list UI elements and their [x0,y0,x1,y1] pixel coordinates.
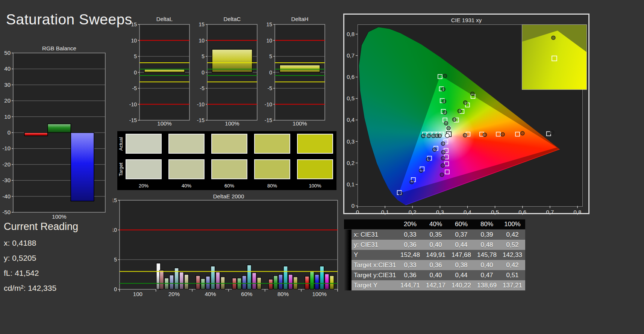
plot-background [120,200,338,289]
axis-tick-label: 15 [113,197,117,203]
axis-tick-label: 0 [269,70,272,76]
group-label: 40% [205,291,216,297]
current-reading: Current Reading x: 0,4188 y: 0,5205 fL: … [4,221,78,293]
swatch-target-60% [211,159,247,179]
axis-tick-label: 40 [4,65,11,72]
axis-tick-label: 30 [4,82,11,88]
measured-point-cyan [427,134,430,138]
measured-point-blue [399,192,403,195]
bar-Blue [71,133,94,201]
swatch-target-20% [126,159,162,179]
table-row-label: Target y:CIE31 [352,270,397,280]
bar-60%-2 [242,276,246,289]
axis-tick-label: -15 [197,117,205,123]
axis-tick-label: -10 [129,101,137,107]
x-axis-label: 100% [52,213,66,220]
axis-tick-label: 10 [266,38,272,44]
group-label: 20% [168,291,180,297]
table-cell: 0,44 [449,240,474,250]
group-label: 100% [312,291,326,297]
table-header-label [352,219,397,229]
axis-tick-label: 0,3 [436,209,444,215]
page-title: Saturation Sweeps [6,11,132,28]
table-header-40%: 40% [423,219,449,229]
bar-Green [48,124,71,133]
cie-1931-panel: CIE 1931 xy 00,10,20,30,40,50,60,70,800,… [343,14,589,214]
cie-chart-title: CIE 1931 xy [344,17,588,23]
measured-point-red [550,131,554,135]
bar-80%-3 [283,266,288,289]
bar-40%-1 [201,279,205,289]
chart-title: RGB Balance [42,45,76,51]
bar-40%-3 [211,266,215,289]
table-header-corner [344,219,352,229]
axis-tick-label: 5 [134,53,137,59]
bar-100%-3 [320,266,324,289]
bar-100%-4 [325,274,329,289]
axis-tick-label: 5 [269,53,272,59]
axis-tick-label: 0,8 [574,209,582,215]
x-axis-label: 100% [157,120,171,127]
axis-tick-label: 0,2 [409,209,417,215]
current-reading-y: y: 0,5205 [4,254,78,263]
axis-tick-label: -10 [265,101,272,107]
swatch-actual-100% [297,134,333,154]
axis-tick-label: 15 [131,21,137,27]
measured-point-blue [426,157,430,161]
chart-title: DeltaL [156,16,173,22]
target-square-magenta [445,170,449,174]
axis-tick-label: 0,6 [518,209,526,215]
axis-tick-label: 10 [113,227,117,233]
measured-point-yellow [452,118,456,121]
table-cell: 0,51 [500,270,525,280]
measured-point-green [441,88,445,91]
bar-20%-2 [170,275,174,289]
swatch-actual-60% [211,134,247,154]
bar-60%-4 [252,273,256,289]
table-cell: 0,52 [500,240,525,250]
swatch-col-label: 40% [168,183,205,189]
swatch-panel: ActualTarget20%40%60%80%100% [117,131,336,190]
bar-20%-4 [179,272,183,289]
table-row-label: x: CIE31 [352,230,397,240]
chart-title: DeltaH [291,16,309,22]
group-label: 60% [241,291,252,297]
table-row-marker [344,230,352,240]
table-cell: 0,37 [449,230,474,240]
table-cell: 0,33 [397,230,423,240]
x-axis-label: 100% [292,120,307,127]
axis-tick-label: 0,2 [347,160,355,166]
axis-tick-label: 10 [131,38,137,44]
axis-tick-label: 15 [199,21,205,27]
table-cell: 0,40 [423,270,449,280]
axis-tick-label: 10 [199,38,205,44]
swatch-col-label: 80% [254,183,290,189]
swatch-target-80% [254,159,290,179]
axis-tick-label: 0,7 [546,209,554,215]
table-cell: 142,17 [423,280,449,290]
axis-tick-label: 0,5 [347,95,355,101]
measured-point-green [443,74,447,78]
axis-tick-label: 10 [4,113,11,120]
table-cell: 0,47 [474,270,500,280]
axis-tick-label: -5 [132,85,137,91]
measured-point-magenta [441,164,445,168]
measured-point-green [442,100,446,103]
measured-point-green [444,121,448,125]
bar-Red [24,133,48,136]
table-cell: 138,69 [474,280,500,290]
table-row-marker [344,250,352,260]
axis-tick-label: 0,1 [347,181,355,187]
bar-100% [144,70,185,73]
measured-point-yellow [458,109,461,113]
table-cell: 0,42 [500,260,525,270]
table-cell: 0,35 [423,230,449,240]
target-square-red [496,132,500,136]
table-cell: 0,44 [449,270,474,280]
table-row-label: y: CIE31 [352,240,397,250]
table-header-20%: 20% [397,219,423,229]
bar-40%-2 [206,276,210,289]
bar-100%-2 [315,275,319,290]
table-row-marker [344,260,352,270]
bar-80%-4 [288,275,292,290]
